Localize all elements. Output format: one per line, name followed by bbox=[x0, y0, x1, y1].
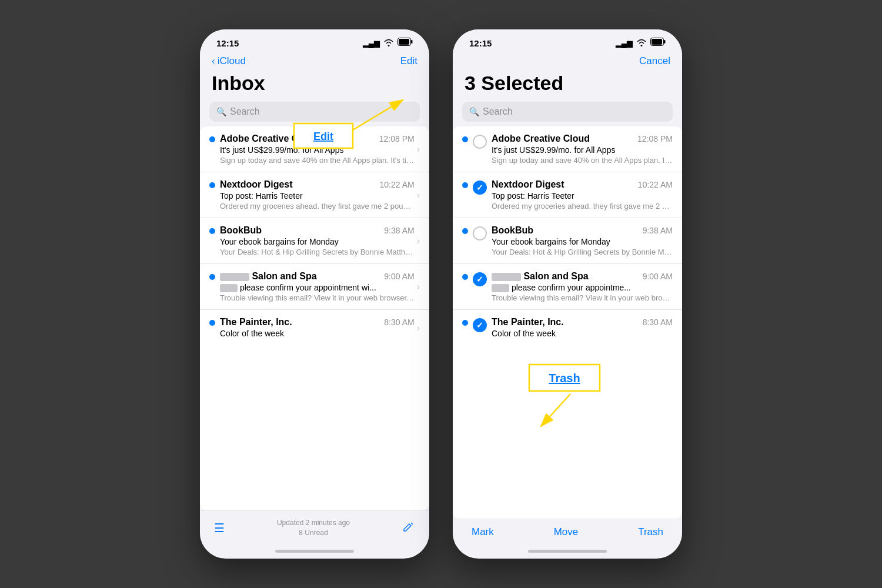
email-header: The Painter, Inc. 8:30 AM bbox=[492, 317, 673, 328]
compose-icon[interactable] bbox=[402, 520, 415, 536]
email-sender: Adobe Creative Cloud bbox=[492, 133, 590, 144]
email-header: Adobe Creative Cloud 12:08 PM bbox=[492, 133, 673, 144]
email-preview: Trouble viewing this email? View it in y… bbox=[492, 293, 673, 302]
right-status-bar: 12:15 ▂▄▆ bbox=[453, 29, 682, 53]
table-row[interactable]: Adobe Creative Cloud 12:08 PM It's just … bbox=[200, 126, 429, 172]
right-search-placeholder: Search bbox=[483, 106, 513, 117]
unread-dot bbox=[462, 228, 468, 234]
email-subject: Color of the week bbox=[492, 329, 673, 338]
battery-icon bbox=[650, 38, 666, 48]
email-preview: Your Deals: Hot & Hip Grilling Secrets b… bbox=[220, 248, 415, 256]
email-preview: Your Deals: Hot & Hip Grilling Secrets b… bbox=[492, 248, 673, 256]
email-content: The Painter, Inc. 8:30 AM Color of the w… bbox=[492, 317, 673, 339]
svg-rect-2 bbox=[399, 39, 409, 45]
main-container: 12:15 ▂▄▆ bbox=[200, 29, 682, 559]
table-row[interactable]: Adobe Creative Cloud 12:08 PM It's just … bbox=[453, 126, 682, 172]
email-preview: Sign up today and save 40% on the All Ap… bbox=[492, 156, 673, 165]
table-row[interactable]: BookBub 9:38 AM Your ebook bargains for … bbox=[453, 218, 682, 264]
mark-button[interactable]: Mark bbox=[472, 526, 494, 538]
table-row[interactable]: Salon and Spa 9:00 AM please confirm you… bbox=[453, 264, 682, 310]
left-email-list: Adobe Creative Cloud 12:08 PM It's just … bbox=[200, 126, 429, 510]
signal-icon: ▂▄▆ bbox=[363, 39, 380, 48]
email-preview: Ordered my groceries ahead. they first g… bbox=[220, 202, 415, 211]
right-status-time: 12:15 bbox=[469, 38, 492, 48]
home-indicator bbox=[528, 550, 607, 553]
selection-circle[interactable] bbox=[473, 135, 487, 149]
email-sender: Salon and Spa bbox=[220, 271, 317, 282]
selection-circle-checked[interactable] bbox=[473, 181, 487, 195]
signal-icon: ▂▄▆ bbox=[616, 39, 633, 48]
email-header: Salon and Spa 9:00 AM bbox=[492, 271, 673, 282]
left-status-icons: ▂▄▆ bbox=[363, 38, 413, 48]
selected-title: 3 Selected bbox=[453, 72, 682, 102]
unread-dot bbox=[462, 274, 468, 280]
email-time: 8:30 AM bbox=[643, 318, 673, 327]
left-nav-bar: ‹ iCloud Edit bbox=[200, 53, 429, 72]
redacted-subject bbox=[492, 284, 509, 292]
email-content: Adobe Creative Cloud 12:08 PM It's just … bbox=[220, 133, 415, 165]
move-button[interactable]: Move bbox=[554, 526, 579, 538]
email-content: Nextdoor Digest 10:22 AM Top post: Harri… bbox=[492, 179, 673, 211]
search-icon: 🔍 bbox=[216, 107, 226, 116]
left-status-time: 12:15 bbox=[216, 38, 239, 48]
redacted-name bbox=[220, 273, 249, 281]
email-time: 9:38 AM bbox=[384, 226, 414, 235]
email-subject: Your ebook bargains for Monday bbox=[220, 237, 415, 246]
email-time: 12:08 PM bbox=[637, 134, 673, 143]
back-label: iCloud bbox=[218, 55, 246, 67]
email-subject: Color of the week bbox=[220, 329, 415, 338]
selection-circle[interactable] bbox=[473, 226, 487, 240]
unread-dot bbox=[462, 182, 468, 188]
table-row[interactable]: Nextdoor Digest 10:22 AM Top post: Harri… bbox=[200, 172, 429, 218]
email-content: The Painter, Inc. 8:30 AM Color of the w… bbox=[220, 317, 415, 339]
email-header: BookBub 9:38 AM bbox=[492, 225, 673, 236]
left-search-placeholder: Search bbox=[230, 106, 260, 117]
edit-button-nav[interactable]: Edit bbox=[400, 55, 417, 67]
right-search-bar[interactable]: 🔍 Search bbox=[462, 102, 673, 122]
email-time: 10:22 AM bbox=[380, 180, 415, 189]
left-phone: 12:15 ▂▄▆ bbox=[200, 29, 429, 559]
unread-dot bbox=[209, 320, 215, 326]
email-sender: Salon and Spa bbox=[492, 271, 589, 282]
left-bottom-toolbar: ☰ Updated 2 minutes ago 8 Unread bbox=[200, 510, 429, 545]
email-subject: Top post: Harris Teeter bbox=[220, 191, 415, 201]
left-status-bar: 12:15 ▂▄▆ bbox=[200, 29, 429, 53]
chevron-right-icon: › bbox=[417, 190, 420, 201]
email-subject: Top post: Harris Teeter bbox=[492, 191, 673, 201]
unread-dot bbox=[462, 320, 468, 326]
email-header: Nextdoor Digest 10:22 AM bbox=[492, 179, 673, 190]
email-sender: The Painter, Inc. bbox=[220, 317, 292, 328]
table-row[interactable]: Nextdoor Digest 10:22 AM Top post: Harri… bbox=[453, 172, 682, 218]
table-row[interactable]: BookBub 9:38 AM Your ebook bargains for … bbox=[200, 218, 429, 264]
back-button[interactable]: ‹ iCloud bbox=[212, 55, 246, 67]
email-subject: please confirm your appointme... bbox=[492, 283, 673, 292]
inbox-title: Inbox bbox=[200, 72, 429, 102]
svg-rect-8 bbox=[664, 40, 666, 44]
email-sender: BookBub bbox=[220, 225, 262, 236]
selection-circle-checked[interactable] bbox=[473, 318, 487, 332]
email-content: BookBub 9:38 AM Your ebook bargains for … bbox=[492, 225, 673, 256]
filter-icon[interactable]: ☰ bbox=[214, 521, 225, 535]
right-status-icons: ▂▄▆ bbox=[616, 38, 666, 48]
right-phone: 12:15 ▂▄▆ bbox=[453, 29, 682, 559]
email-subject: It's just US$29.99/mo. for All Apps bbox=[492, 145, 673, 155]
email-header: Adobe Creative Cloud 12:08 PM bbox=[220, 133, 415, 144]
unread-dot bbox=[462, 136, 468, 142]
table-row[interactable]: The Painter, Inc. 8:30 AM Color of the w… bbox=[200, 310, 429, 346]
selection-circle-checked[interactable] bbox=[473, 272, 487, 286]
chevron-right-icon: › bbox=[417, 144, 420, 155]
table-row[interactable]: The Painter, Inc. 8:30 AM Color of the w… bbox=[453, 310, 682, 346]
email-time: 9:00 AM bbox=[384, 272, 414, 281]
left-search-bar[interactable]: 🔍 Search bbox=[209, 102, 420, 122]
email-sender: BookBub bbox=[492, 225, 533, 236]
unread-text: 8 Unread bbox=[277, 528, 350, 538]
email-header: BookBub 9:38 AM bbox=[220, 225, 415, 236]
cancel-button[interactable]: Cancel bbox=[639, 55, 670, 67]
email-time: 9:38 AM bbox=[643, 226, 673, 235]
email-time: 12:08 PM bbox=[379, 134, 415, 143]
email-sender: The Painter, Inc. bbox=[492, 317, 564, 328]
trash-button[interactable]: Trash bbox=[638, 526, 663, 538]
table-row[interactable]: Salon and Spa 9:00 AM please confirm you… bbox=[200, 264, 429, 310]
email-time: 8:30 AM bbox=[384, 318, 414, 327]
bottom-status: Updated 2 minutes ago 8 Unread bbox=[277, 518, 350, 538]
